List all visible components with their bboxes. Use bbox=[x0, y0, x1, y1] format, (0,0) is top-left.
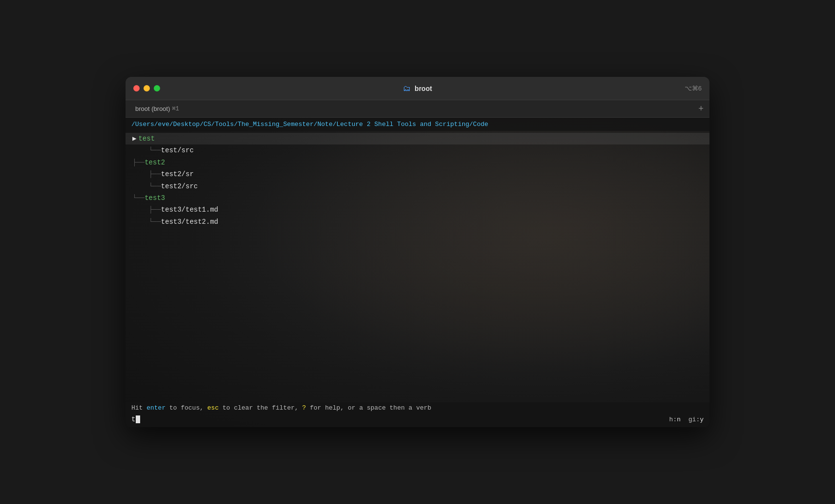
path-bar: /Users/eve/Desktop/CS/Tools/The_Missing_… bbox=[126, 118, 709, 131]
flag-item: gi:y bbox=[689, 416, 704, 423]
input-cursor bbox=[136, 415, 140, 423]
content-area: /Users/eve/Desktop/CS/Tools/The_Missing_… bbox=[126, 118, 709, 427]
titlebar-right: ⌥⌘6 bbox=[685, 85, 702, 92]
input-typed: t bbox=[131, 415, 135, 423]
window-shortcut: ⌥⌘6 bbox=[685, 85, 702, 92]
tree-item[interactable]: └── test/src bbox=[126, 144, 709, 156]
tab-title[interactable]: broot (broot) bbox=[135, 105, 170, 112]
tree-name: test3 bbox=[145, 193, 165, 203]
input-flags: h:ngi:y bbox=[669, 416, 704, 423]
key-esc: esc bbox=[207, 404, 218, 412]
input-bar[interactable]: t h:ngi:y bbox=[126, 414, 709, 427]
maximize-button[interactable] bbox=[154, 85, 160, 91]
flag-item: h:n bbox=[669, 416, 680, 423]
tree-name: test2/src bbox=[161, 181, 198, 192]
traffic-lights bbox=[133, 85, 160, 91]
key-q: ? bbox=[302, 404, 306, 412]
terminal-window: 🗂 broot ⌥⌘6 broot (broot) ⌘1 + /Users/ev… bbox=[126, 77, 709, 427]
input-left: t bbox=[131, 415, 140, 423]
status-bar: Hit enter to focus, esc to clear the fil… bbox=[126, 402, 709, 414]
tabbar: broot (broot) ⌘1 + bbox=[126, 100, 709, 118]
tree-item[interactable]: ├── test2/sr bbox=[126, 168, 709, 180]
tree-item[interactable]: └── test3 bbox=[126, 192, 709, 204]
tree-name: test3/test2.md bbox=[161, 216, 218, 227]
tree-name: test3/test1.md bbox=[161, 204, 218, 215]
terminal-area: /Users/eve/Desktop/CS/Tools/The_Missing_… bbox=[126, 118, 709, 427]
status-hint: Hit enter to focus, esc to clear the fil… bbox=[131, 404, 431, 412]
hint-mid1: to focus, bbox=[165, 404, 207, 412]
tab-shortcut: ⌘1 bbox=[172, 105, 179, 112]
hint-mid2: to clear the filter, bbox=[218, 404, 302, 412]
tree-item[interactable]: └── test2/src bbox=[126, 180, 709, 192]
titlebar-center: 🗂 broot bbox=[403, 84, 432, 93]
add-tab-button[interactable]: + bbox=[698, 104, 704, 114]
tree-item[interactable]: ├── test2 bbox=[126, 157, 709, 168]
tree-arrow-icon: ▶ bbox=[132, 133, 136, 144]
close-button[interactable] bbox=[133, 85, 140, 91]
hint-end: for help, or a space then a verb bbox=[306, 404, 431, 412]
hint-pre: Hit bbox=[131, 404, 146, 412]
tree-item[interactable]: └── test3/test2.md bbox=[126, 216, 709, 228]
tree-name: test bbox=[138, 133, 155, 144]
titlebar: 🗂 broot ⌥⌘6 bbox=[126, 77, 709, 100]
key-enter: enter bbox=[146, 404, 165, 412]
tree-name: test2 bbox=[145, 157, 165, 168]
tree-name: test/src bbox=[161, 145, 194, 156]
tree-item[interactable]: ▶test bbox=[126, 133, 709, 144]
minimize-button[interactable] bbox=[144, 85, 150, 91]
folder-icon: 🗂 bbox=[403, 84, 411, 93]
tree-item[interactable]: ├── test3/test1.md bbox=[126, 204, 709, 216]
file-tree[interactable]: ▶test └── test/src├── test2 ├── test2/sr… bbox=[126, 131, 709, 402]
window-title: broot bbox=[415, 85, 432, 92]
tree-name: test2/sr bbox=[161, 169, 194, 180]
